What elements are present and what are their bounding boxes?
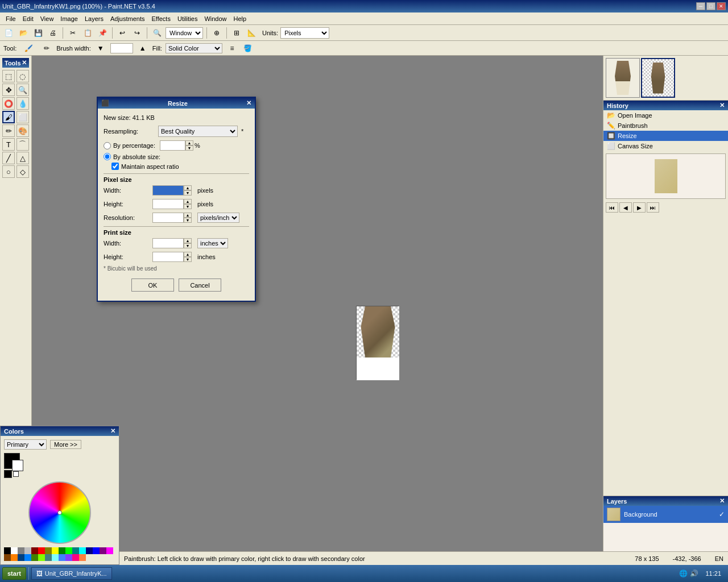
menu-file[interactable]: File [2,14,19,23]
tool-paintbrush[interactable]: 🖌 [2,111,15,123]
tool-line[interactable]: ╱ [2,152,15,164]
print-height-decrease[interactable]: ▼ [184,257,192,262]
palette-color-swatch[interactable] [86,547,93,554]
copy-button[interactable]: 📋 [81,27,94,39]
palette-color-swatch[interactable] [65,547,72,554]
zoom-button[interactable]: 🔍 [151,27,163,39]
layer-background[interactable]: Background ✓ [603,506,728,523]
palette-color-swatch[interactable] [59,547,65,554]
menu-adjustments[interactable]: Adjustments [107,14,148,23]
cut-button[interactable]: ✂ [67,27,79,39]
tool-path[interactable]: ⌒ [16,138,29,151]
thumbnail-1[interactable] [606,58,640,98]
history-item-canvassize[interactable]: ⬜ Canvas Size [603,141,728,151]
resize-ok-button[interactable]: OK [131,278,174,292]
menu-window[interactable]: Window [201,14,230,23]
start-button[interactable]: start [2,567,26,580]
history-next-button[interactable]: ▶ [633,202,646,213]
percentage-increase-button[interactable]: ▲ [185,140,193,146]
tool-picker-icon[interactable]: ✏ [40,42,53,55]
secondary-color-swatch[interactable] [12,460,23,471]
history-prev-button[interactable]: ◀ [619,202,632,213]
print-width-unit-select[interactable]: inches cm [197,238,228,248]
palette-color-swatch[interactable] [24,547,31,554]
primary-secondary-select[interactable]: Primary Secondary [4,439,47,450]
layers-close-icon[interactable]: ✕ [719,497,725,505]
tool-ellipse[interactable]: ○ [2,165,15,178]
palette-color-swatch[interactable] [18,554,24,561]
color-bucket-button[interactable]: 🪣 [242,42,254,55]
history-close-icon[interactable]: ✕ [719,102,725,109]
pixel-width-input[interactable]: 78 [152,185,184,196]
paste-button[interactable]: 📌 [96,27,109,39]
by-percentage-radio[interactable] [104,142,111,149]
resolution-input[interactable]: 96.00 [152,213,184,223]
colors-close-icon[interactable]: ✕ [110,427,115,435]
percentage-decrease-button[interactable]: ▼ [185,146,193,151]
open-button[interactable]: 📂 [17,27,30,39]
tool-colorpicker[interactable]: 🎨 [16,124,29,137]
resize-cancel-button[interactable]: Cancel [179,278,221,292]
print-button[interactable]: 🖨 [47,27,59,39]
palette-color-swatch[interactable] [31,547,38,554]
by-absolute-radio[interactable] [104,153,111,160]
swap-colors-button[interactable] [13,471,19,477]
reset-colors-button[interactable] [4,470,12,478]
palette-color-swatch[interactable] [106,547,113,554]
palette-color-swatch[interactable] [38,547,45,554]
grid-button[interactable]: ⊞ [230,27,243,39]
units-select[interactable]: Pixels Inches Centimeters [280,27,329,39]
tool-rectangle-select[interactable]: ⬚ [2,70,15,82]
menu-layers[interactable]: Layers [81,14,107,23]
print-height-input[interactable]: 1.41 [152,252,184,262]
maintain-aspect-checkbox[interactable] [111,163,119,170]
pixel-width-increase[interactable]: ▲ [184,185,192,190]
pixel-height-increase[interactable]: ▲ [184,199,192,204]
menu-utilities[interactable]: Utilities [174,14,201,23]
tool-shapes[interactable]: △ [16,152,29,164]
tool-eraser[interactable]: ⬜ [16,111,29,123]
undo-button[interactable]: ↩ [116,27,129,39]
palette-color-swatch[interactable] [24,554,31,561]
pixel-width-decrease[interactable]: ▼ [184,190,192,196]
tool-pencil[interactable]: ✏ [2,124,15,137]
menu-image[interactable]: Image [57,14,81,23]
resolution-unit-select[interactable]: pixels/inch pixels/cm [197,213,239,223]
thumbnail-2[interactable] [641,58,675,98]
palette-color-swatch[interactable] [79,547,86,554]
palette-color-swatch[interactable] [31,554,38,561]
tool-text[interactable]: T [2,138,15,151]
palette-color-swatch[interactable] [59,554,65,561]
palette-color-swatch[interactable] [100,547,106,554]
history-first-button[interactable]: ⏮ [606,202,618,213]
maximize-button[interactable]: □ [706,2,715,10]
color-wheel[interactable] [28,481,91,544]
history-item-resize[interactable]: 🔲 Resize [603,131,728,141]
palette-color-swatch[interactable] [52,554,59,561]
palette-color-swatch[interactable] [38,554,45,561]
resize-dialog-close-icon[interactable]: ✕ [246,99,251,107]
tool-paintbrush-icon[interactable]: 🖌️ [20,42,37,55]
print-width-decrease[interactable]: ▼ [184,243,192,248]
save-button[interactable]: 💾 [32,27,44,39]
menu-view[interactable]: View [37,14,57,23]
palette-color-swatch[interactable] [72,547,79,554]
resolution-decrease[interactable]: ▼ [184,218,192,223]
history-item-paintbrush[interactable]: ✏️ Paintbrush [603,120,728,131]
palette-color-swatch[interactable] [4,547,11,554]
palette-color-swatch[interactable] [52,547,59,554]
palette-color-swatch[interactable] [45,554,52,561]
palette-color-swatch[interactable] [45,547,52,554]
palette-color-swatch[interactable] [93,547,100,554]
history-last-button[interactable]: ⏭ [647,202,659,213]
tools-panel-close-icon[interactable]: ✕ [22,59,27,66]
minimize-button[interactable]: ─ [696,2,705,10]
tool-move[interactable]: ✥ [2,84,15,96]
menu-effects[interactable]: Effects [148,14,174,23]
palette-color-swatch[interactable] [18,547,24,554]
print-width-input[interactable]: 0.81 [152,238,184,248]
palette-color-swatch[interactable] [65,554,72,561]
palette-color-swatch[interactable] [11,547,18,554]
brush-increase-button[interactable]: ▲ [136,42,149,55]
menu-help[interactable]: Help [230,14,250,23]
